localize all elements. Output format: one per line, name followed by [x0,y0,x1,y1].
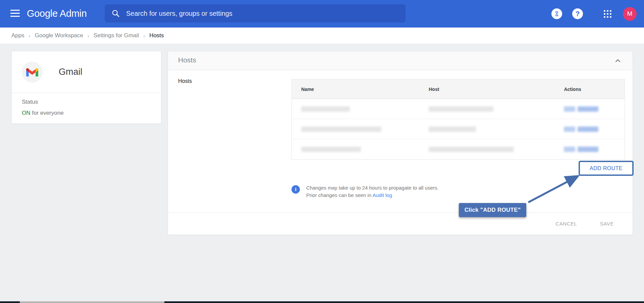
breadcrumb-hosts: Hosts [149,32,164,39]
gmail-logo-icon [22,62,43,83]
panel-footer: CANCEL SAVE [168,212,633,235]
redacted-remove-action[interactable] [578,106,598,112]
cancel-button[interactable]: CANCEL [555,221,577,226]
status-label: Status [22,99,38,105]
breadcrumb-separator: › [143,33,145,39]
top-app-bar: Google Admin ? M [0,0,644,28]
breadcrumb-google-workspace[interactable]: Google Workspace [35,32,83,39]
table-row[interactable] [292,119,625,139]
propagation-note-line1: Changes may take up to 24 hours to propa… [306,184,438,192]
breadcrumb-separator: › [88,33,89,39]
redacted-edit-action[interactable] [564,106,575,112]
tutorial-tooltip: Click "ADD ROUTE" [459,203,526,217]
status-suffix: for everyone [31,110,64,116]
redacted-edit-action[interactable] [564,127,575,132]
add-route-button[interactable]: ADD ROUTE [579,161,634,176]
column-header-actions: Actions [564,87,625,92]
save-button[interactable]: SAVE [600,221,614,226]
redacted-name-cell [301,106,350,112]
tutorial-arrow-icon [524,172,586,206]
redacted-host-cell [429,106,493,112]
horizontal-scrollbar-thumb[interactable] [20,301,164,303]
propagation-note-line2: Prior changes can be seen in Audit log [306,192,438,199]
breadcrumb-separator: › [29,33,31,39]
redacted-remove-action[interactable] [578,147,598,152]
audit-log-link[interactable]: Audit log [373,192,392,198]
hosts-section-label: Hosts [178,78,192,84]
panel-title: Hosts [178,56,196,64]
gmail-app-card: Gmail Status ON for everyone [11,51,161,124]
redacted-edit-action[interactable] [564,147,575,152]
help-icon[interactable]: ? [572,8,583,19]
redacted-host-cell [429,127,476,132]
hamburger-menu-icon[interactable] [10,10,20,18]
app-title: Gmail [59,67,83,77]
propagation-note: Changes may take up to 24 hours to propa… [306,184,438,199]
redacted-name-cell [301,127,381,132]
table-header-row: Name Host Actions [292,80,625,99]
search-icon [111,9,120,18]
panel-header[interactable]: Hosts [168,51,633,70]
hourglass-glyph [554,11,559,16]
search-input[interactable] [126,10,399,17]
status-on-badge: ON [22,110,31,116]
redacted-remove-action[interactable] [578,127,598,132]
chevron-up-icon[interactable] [614,57,622,65]
product-logo: Google Admin [27,8,87,19]
table-row[interactable] [292,139,625,159]
search-bar[interactable] [105,4,406,22]
info-icon: i [291,185,300,194]
redacted-name-cell [301,147,361,152]
breadcrumb: Apps › Google Workspace › Settings for G… [0,28,644,44]
column-header-host: Host [429,87,564,92]
avatar[interactable]: M [623,7,637,21]
status-value: ON for everyone [22,110,64,116]
breadcrumb-apps[interactable]: Apps [11,32,24,39]
horizontal-scrollbar[interactable] [0,301,644,303]
hourglass-icon[interactable] [551,8,562,19]
column-header-name: Name [292,87,429,92]
table-row[interactable] [292,99,625,119]
redacted-host-cell [429,147,514,152]
breadcrumb-settings-for-gmail[interactable]: Settings for Gmail [94,32,139,39]
hosts-settings-panel: Hosts Hosts Name Host Actions [168,51,633,235]
hosts-table: Name Host Actions [291,79,625,160]
apps-grid-icon[interactable] [604,10,611,18]
